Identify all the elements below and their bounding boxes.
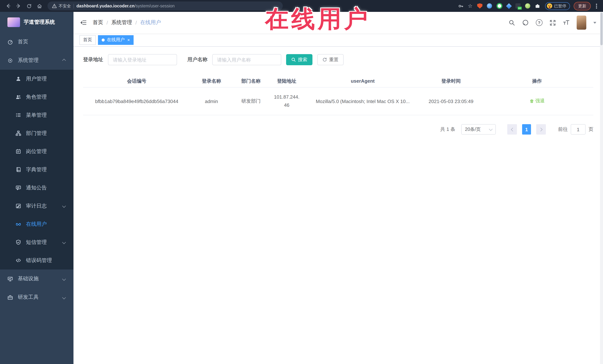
fullscreen-icon[interactable]: [550, 20, 556, 26]
breadcrumb-separator: /: [135, 20, 137, 26]
scrollbar-thumb[interactable]: [600, 13, 603, 45]
goto-page-input[interactable]: [571, 124, 586, 134]
login-time-cell: 2021-05-03 23:05:49: [421, 99, 481, 104]
breadcrumb-home[interactable]: 首页: [93, 19, 103, 26]
profile-paused-pill[interactable]: 已暂停: [545, 2, 570, 10]
screen: 不安全 dashboard.yudao.iocoder.cn/system/us…: [0, 0, 603, 364]
sidebar-item-sms-mgmt[interactable]: 短信管理: [0, 233, 73, 251]
sidebar-item-system[interactable]: 系统管理: [0, 51, 73, 70]
paused-label: 已暂停: [554, 3, 566, 9]
browser-reload-icon[interactable]: [24, 1, 33, 10]
search-button[interactable]: 搜索: [286, 54, 313, 65]
sidebar-item-dev-tools[interactable]: 研发工具: [0, 288, 73, 307]
sidebar-item-audit-log[interactable]: 审计日志: [0, 197, 73, 215]
extension-v-icon[interactable]: [497, 3, 502, 9]
help-icon[interactable]: ?: [536, 19, 543, 26]
user-avatar[interactable]: [577, 16, 586, 30]
force-logout-button[interactable]: 强退: [529, 98, 545, 104]
breadcrumb: 首页 / 系统管理 / 在线用户: [93, 19, 161, 26]
audit-log-icon: [16, 203, 21, 209]
next-page-button[interactable]: [536, 124, 546, 134]
sidebar-item-post-mgmt[interactable]: 岗位管理: [0, 142, 73, 161]
extension-translate-icon[interactable]: en: [515, 3, 521, 9]
sidebar-item-label: 部门管理: [26, 130, 47, 137]
sidebar-item-home[interactable]: 首页: [0, 33, 73, 51]
breadcrumb-current: 在线用户: [140, 19, 161, 26]
page-size-select[interactable]: 20条/页: [461, 124, 496, 134]
security-warning[interactable]: 不安全: [52, 3, 71, 9]
sidebar-item-menu-mgmt[interactable]: 菜单管理: [0, 106, 73, 124]
extension-lightbulb-icon[interactable]: [487, 3, 492, 9]
main-panel: 首页 / 系统管理 / 在线用户 ? 首页: [73, 12, 603, 364]
error-code-icon: [16, 258, 21, 263]
hamburger-icon[interactable]: [80, 20, 87, 26]
sidebar-item-label: 字典管理: [26, 166, 47, 173]
url-text: dashboard.yudao.iocoder.cn/system/user-s…: [76, 4, 174, 8]
github-icon[interactable]: [522, 19, 529, 26]
page-size-value: 20条/页: [465, 126, 481, 132]
extension-key-icon[interactable]: [525, 3, 530, 9]
sidebar-item-error-code[interactable]: 错误码管理: [0, 251, 73, 269]
browser-forward-icon[interactable]: [14, 1, 23, 10]
menu-list-icon: [16, 112, 21, 118]
extension-ublock-icon[interactable]: [477, 3, 482, 9]
header-actions: ?: [509, 16, 596, 30]
username-input[interactable]: [212, 54, 281, 65]
browser-home-icon[interactable]: [35, 1, 44, 10]
avatar-caret-icon[interactable]: [593, 22, 596, 23]
browser-toolbar: 不安全 dashboard.yudao.iocoder.cn/system/us…: [0, 0, 603, 12]
window-scrollbar[interactable]: [600, 12, 603, 364]
col-dept-name: 部门名称: [233, 78, 269, 84]
app-logo-row[interactable]: 芋道管理系统: [0, 12, 73, 33]
total-count: 共 1 条: [440, 126, 455, 133]
breadcrumb-system[interactable]: 系统管理: [111, 19, 132, 26]
address-bar[interactable]: 不安全 dashboard.yudao.iocoder.cn/system/us…: [47, 1, 283, 10]
tab-close-icon[interactable]: ×: [127, 38, 130, 42]
trash-icon: [529, 99, 534, 103]
tab-home[interactable]: 首页: [79, 35, 96, 45]
online-users-icon: [16, 221, 21, 227]
username-label: 用户名称: [187, 56, 208, 63]
sidebar-item-notice[interactable]: 通知公告: [0, 179, 73, 197]
sidebar-item-label: 角色管理: [26, 94, 47, 100]
sidebar-item-dept-mgmt[interactable]: 部门管理: [0, 124, 73, 142]
browser-back-icon[interactable]: [4, 1, 13, 10]
browser-update-button[interactable]: 更新: [574, 2, 591, 10]
gear-icon: [7, 58, 13, 63]
search-button-label: 搜索: [298, 56, 307, 63]
login-address-input[interactable]: [108, 54, 177, 65]
browser-menu-icon[interactable]: [594, 3, 599, 8]
chevron-down-icon: [62, 204, 66, 208]
sidebar-item-label: 用户管理: [26, 76, 47, 82]
tags-view: 首页 在线用户 ×: [73, 33, 603, 47]
password-key-icon[interactable]: [456, 2, 464, 10]
ip-cell: 101.87.244.46: [269, 93, 304, 109]
reset-button[interactable]: 重置: [317, 54, 344, 65]
warning-triangle-icon: [52, 4, 57, 8]
page-unit-label: 页: [589, 126, 593, 133]
sidebar-item-online-users[interactable]: 在线用户: [0, 215, 73, 233]
search-icon: [291, 57, 296, 62]
current-page[interactable]: 1: [522, 124, 531, 134]
header-search-icon[interactable]: [509, 20, 515, 26]
actions-cell: 强退: [481, 98, 593, 105]
translate-badge: en: [518, 7, 522, 10]
active-tab-dot: [102, 38, 105, 41]
tab-online-users[interactable]: 在线用户 ×: [98, 35, 134, 45]
username-cell: admin: [190, 99, 233, 104]
extensions-puzzle-icon[interactable]: [533, 2, 541, 10]
extension-diamond-icon[interactable]: [506, 3, 512, 9]
sidebar-item-label: 错误码管理: [26, 257, 52, 264]
reset-button-label: 重置: [329, 56, 338, 63]
bookmark-star-icon[interactable]: ☆: [466, 2, 474, 10]
prev-page-button[interactable]: [507, 124, 517, 134]
sidebar-item-infrastructure[interactable]: 基础设施: [0, 269, 73, 288]
col-user-agent: userAgent: [304, 78, 422, 84]
sidebar-item-user-mgmt[interactable]: 用户管理: [0, 70, 73, 88]
sms-shield-icon: [16, 240, 21, 245]
sidebar-item-dict-mgmt[interactable]: 字典管理: [0, 161, 73, 179]
font-size-icon[interactable]: [563, 20, 570, 26]
app-header: 首页 / 系统管理 / 在线用户 ?: [73, 12, 603, 33]
sidebar-item-role-mgmt[interactable]: 角色管理: [0, 88, 73, 106]
table-row: bfbb1ab79ba849e49fb26ddb56a73044 admin 研…: [83, 88, 593, 115]
